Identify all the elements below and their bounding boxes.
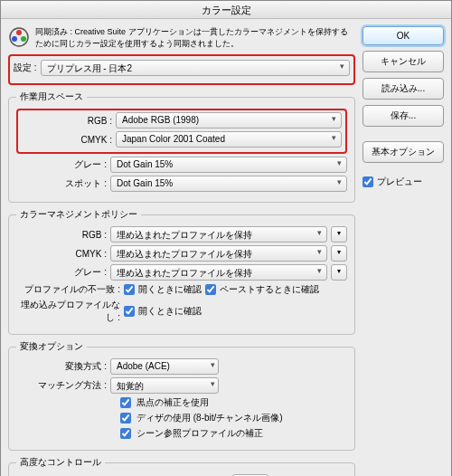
workspace-legend: 作業用スペース xyxy=(16,90,87,103)
rgb-label: RGB : xyxy=(22,116,112,126)
policy-rgb-label: RGB : xyxy=(16,230,107,240)
titlebar: カラー設定 xyxy=(1,1,451,19)
policy-rgb-info[interactable]: ▾ xyxy=(331,226,347,243)
policy-group: カラーマネジメントポリシー RGB : 埋め込まれたプロファイルを保持 ▾ CM… xyxy=(8,208,355,335)
convert-group: 変換オプション 変換方式 : Adobe (ACE) マッチング方法 : 知覚的… xyxy=(8,340,355,451)
bpc-label: 黒点の補正を使用 xyxy=(137,396,209,409)
color-settings-dialog: カラー設定 同期済み : Creative Suite アプリケーションは一貫し… xyxy=(0,0,452,476)
preview-label: プレビュー xyxy=(377,176,422,188)
svg-point-2 xyxy=(21,36,26,42)
intent-select[interactable]: 知覚的 xyxy=(110,377,219,394)
cmyk-select[interactable]: Japan Color 2001 Coated xyxy=(116,131,342,148)
policy-gray-select[interactable]: 埋め込まれたプロファイルを保持 xyxy=(110,264,327,281)
missing-open-check[interactable] xyxy=(124,306,135,317)
save-button[interactable]: 保存... xyxy=(363,105,444,127)
scene-label: シーン参照プロファイルの補正 xyxy=(137,427,263,440)
ok-button[interactable]: OK xyxy=(363,26,444,45)
sync-text: 同期済み : Creative Suite アプリケーションは一貫したカラーマネ… xyxy=(35,26,355,49)
basic-options-button[interactable]: 基本オプション xyxy=(363,141,444,163)
spot-label: スポット : xyxy=(16,177,107,190)
policy-cmyk-select[interactable]: 埋め込まれたプロファイルを保持 xyxy=(110,245,327,262)
mismatch-paste-check[interactable] xyxy=(205,284,216,295)
advanced-legend: 高度なコントロール xyxy=(16,456,105,469)
load-button[interactable]: 読み込み... xyxy=(363,78,444,100)
workspace-group: 作業用スペース RGB : Adobe RGB (1998) CMYK : Ja… xyxy=(8,90,355,203)
dither-label: ディザの使用 (8-bit/チャンネル画像) xyxy=(137,412,283,424)
intent-label: マッチング方法 : xyxy=(16,379,107,392)
setting-label: 設定 : xyxy=(14,62,37,74)
policy-rgb-select[interactable]: 埋め込まれたプロファイルを保持 xyxy=(110,226,327,243)
cmyk-label: CMYK : xyxy=(22,135,112,145)
scene-check[interactable] xyxy=(120,428,131,439)
gray-label: グレー : xyxy=(16,158,107,171)
policy-gray-label: グレー : xyxy=(16,266,107,279)
workspace-highlight: RGB : Adobe RGB (1998) CMYK : Japan Colo… xyxy=(16,109,347,154)
spot-select[interactable]: Dot Gain 15% xyxy=(110,176,347,192)
policy-cmyk-label: CMYK : xyxy=(16,249,107,259)
engine-label: 変換方式 : xyxy=(16,360,107,373)
preview-check[interactable] xyxy=(363,176,373,187)
mismatch-open-check[interactable] xyxy=(124,284,135,295)
setting-select[interactable]: プリプレス用 - 日本2 xyxy=(41,60,350,76)
mismatch-label: プロファイルの不一致 : xyxy=(16,283,120,296)
policy-cmyk-info[interactable]: ▾ xyxy=(331,245,347,262)
convert-legend: 変換オプション xyxy=(16,340,87,353)
setting-highlight: 設定 : プリプレス用 - 日本2 xyxy=(8,54,355,85)
policy-gray-info[interactable]: ▾ xyxy=(331,264,347,281)
sync-icon xyxy=(8,26,30,48)
advanced-group: 高度なコントロール モニター色域外のカラーを表示 (彩度を下げる) : % RG… xyxy=(8,456,355,476)
engine-select[interactable]: Adobe (ACE) xyxy=(110,358,219,375)
svg-point-3 xyxy=(12,36,17,42)
gray-select[interactable]: Dot Gain 15% xyxy=(110,157,347,173)
policy-legend: カラーマネジメントポリシー xyxy=(16,208,141,221)
missing-open-label: 開くときに確認 xyxy=(138,305,202,318)
rgb-select[interactable]: Adobe RGB (1998) xyxy=(116,112,342,129)
svg-point-1 xyxy=(16,30,22,35)
mismatch-open-label: 開くときに確認 xyxy=(138,283,202,296)
bpc-check[interactable] xyxy=(120,397,131,408)
missing-label: 埋め込みプロファイルなし : xyxy=(16,299,120,324)
sync-status: 同期済み : Creative Suite アプリケーションは一貫したカラーマネ… xyxy=(8,26,355,49)
cancel-button[interactable]: キャンセル xyxy=(363,51,444,72)
mismatch-paste-label: ペーストするときに確認 xyxy=(220,283,319,296)
dither-check[interactable] xyxy=(120,413,131,424)
